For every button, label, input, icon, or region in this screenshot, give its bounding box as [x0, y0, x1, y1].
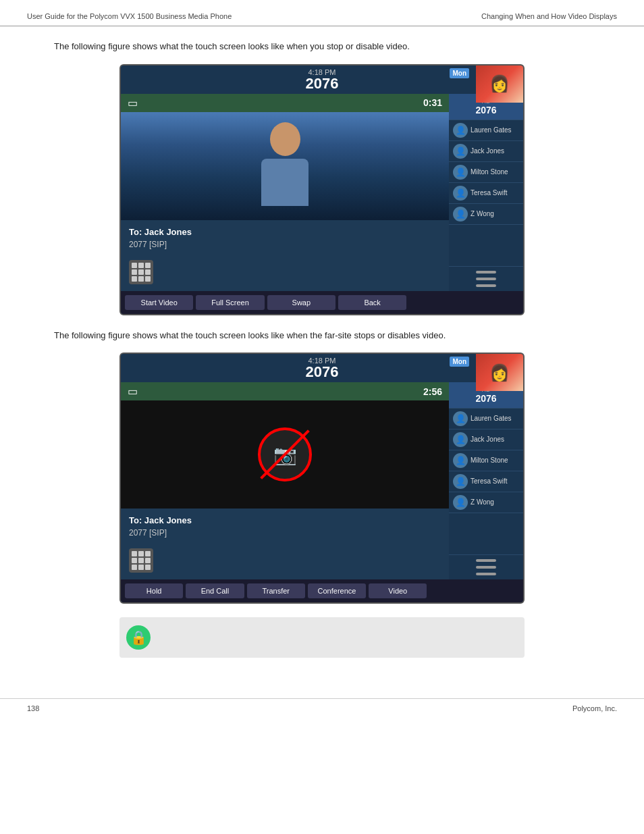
contact-lauren-2[interactable]: 👤 Lauren Gates	[449, 409, 523, 429]
phone-buttons-1: Start Video Full Screen Swap Back	[121, 291, 523, 314]
phone-left-1: ▭ 0:31 To: Jack Jones 2077 [SIP]	[121, 94, 449, 291]
header-right: Changing When and How Video Displays	[481, 12, 617, 20]
page-number: 138	[27, 704, 39, 712]
timer-2: 2:56	[423, 386, 442, 397]
avatar-image-1: 👩	[476, 66, 523, 103]
phone-screen-1: 4:18 PM 2076 Mon 22 👩 ▭ 0:31	[119, 64, 525, 315]
avatar-lauren-1: 👤	[453, 123, 468, 138]
person-head-1	[270, 122, 300, 156]
no-video-icon-2: 📷	[258, 427, 312, 481]
kd8	[138, 276, 144, 282]
video-disabled-2: 📷	[121, 400, 449, 509]
phone-right-1: HD 2076 👤 Lauren Gates 👤 Jack Jones 👤 Mi…	[449, 94, 523, 291]
phone-body-1: ▭ 0:31 To: Jack Jones 2077 [SIP]	[121, 94, 523, 291]
status-bar-2: 4:18 PM 2076 Mon 22 👩	[121, 354, 523, 382]
description-text-1: The following figure shows what the touc…	[54, 40, 590, 53]
kd4	[132, 269, 137, 275]
kd2-1	[132, 551, 137, 556]
phone-screen-2: 4:18 PM 2076 Mon 22 👩 ▭ 2:56 📷	[119, 353, 525, 604]
contact-name-jack-2: Jack Jones	[471, 436, 504, 444]
contact-milton-2[interactable]: 👤 Milton Stone	[449, 450, 523, 471]
to-label-2: To: Jack Jones	[129, 515, 441, 525]
video-button[interactable]: Video	[369, 583, 427, 598]
avatar-teresa-2: 👤	[453, 474, 468, 489]
camera-shape-2: 📷	[273, 444, 297, 466]
kd2-7	[132, 565, 137, 570]
menu-line-4	[476, 559, 496, 562]
contact-jack-1[interactable]: 👤 Jack Jones	[449, 141, 523, 162]
avatar-jack-2: 👤	[453, 432, 468, 447]
contact-name-teresa-2: Teresa Swift	[471, 477, 507, 486]
avatar-lauren-2: 👤	[453, 411, 468, 426]
kd2-9	[145, 565, 151, 570]
keypad-icon-2[interactable]	[129, 548, 153, 573]
phone-left-2: ▭ 2:56 📷 To: Jack Jones 2077 [SIP]	[121, 382, 449, 579]
hold-button[interactable]: Hold	[125, 583, 183, 598]
kd2-3	[145, 551, 151, 556]
kd2-2	[138, 551, 144, 556]
phone-right-2: HD 2076 👤 Lauren Gates 👤 Jack Jones 👤 Mi…	[449, 382, 523, 579]
timer-1: 0:31	[423, 97, 442, 108]
kd1	[132, 263, 137, 268]
menu-line-5	[476, 566, 496, 569]
note-box: 🔒	[119, 617, 525, 658]
page-content: The following figure shows what the touc…	[0, 26, 644, 685]
kd6	[145, 269, 151, 275]
back-button[interactable]: Back	[338, 295, 406, 310]
to-label-1: To: Jack Jones	[129, 227, 441, 237]
day-badge-1: Mon	[450, 68, 469, 78]
contact-name-lauren-2: Lauren Gates	[471, 415, 512, 423]
day-badge-2: Mon	[450, 357, 469, 367]
status-bar-1: 4:18 PM 2076 Mon 22 👩	[121, 66, 523, 94]
contact-teresa-1[interactable]: 👤 Teresa Swift	[449, 183, 523, 204]
transfer-button[interactable]: Transfer	[247, 583, 305, 598]
call-bar-2: ▭ 2:56	[121, 382, 449, 400]
keypad-icon-1[interactable]	[129, 260, 153, 284]
avatar-milton-1: 👤	[453, 165, 468, 180]
avatar-zwong-2: 👤	[453, 495, 468, 510]
contact-name-jack-1: Jack Jones	[471, 147, 504, 155]
video-person-1	[121, 112, 449, 220]
contact-milton-1[interactable]: 👤 Milton Stone	[449, 162, 523, 183]
full-screen-button[interactable]: Full Screen	[196, 295, 264, 310]
end-call-button[interactable]: End Call	[186, 583, 244, 598]
call-info-2: To: Jack Jones 2077 [SIP]	[121, 509, 449, 579]
avatar-image-2: 👩	[476, 354, 523, 391]
contact-name-teresa-1: Teresa Swift	[471, 189, 507, 197]
company-name: Polycom, Inc.	[572, 704, 617, 712]
avatar-milton-2: 👤	[453, 453, 468, 468]
person-body-1	[261, 159, 308, 206]
note-icon: 🔒	[126, 625, 151, 650]
menu-button-2[interactable]	[449, 554, 523, 579]
avatar-zwong-1: 👤	[453, 207, 468, 221]
sip-label-2: 2077 [SIP]	[129, 528, 441, 538]
contact-name-milton-2: Milton Stone	[471, 457, 508, 465]
contact-name-milton-1: Milton Stone	[471, 168, 508, 176]
kd2-8	[138, 565, 144, 570]
swap-button[interactable]: Swap	[267, 295, 336, 310]
contact-teresa-2[interactable]: 👤 Teresa Swift	[449, 471, 523, 492]
contact-zwong-1[interactable]: 👤 Z Wong	[449, 204, 523, 225]
sip-label-1: 2077 [SIP]	[129, 240, 441, 249]
start-video-button[interactable]: Start Video	[125, 295, 193, 310]
contact-lauren-1[interactable]: 👤 Lauren Gates	[449, 120, 523, 141]
menu-button-1[interactable]	[449, 266, 523, 291]
contact-name-zwong-2: Z Wong	[471, 498, 494, 506]
call-bar-1: ▭ 0:31	[121, 94, 449, 112]
conference-button[interactable]: Conference	[308, 583, 366, 598]
menu-line-1	[476, 271, 496, 273]
page-header: User Guide for the Polycom VVX 1500 Busi…	[0, 0, 644, 26]
extension-2: 2076	[306, 365, 339, 380]
avatar-top-1: 👩	[476, 66, 523, 103]
menu-icon-1	[476, 271, 496, 287]
menu-line-2	[476, 278, 496, 280]
phone-body-2: ▭ 2:56 📷 To: Jack Jones 2077 [SIP]	[121, 382, 523, 579]
contact-jack-2[interactable]: 👤 Jack Jones	[449, 429, 523, 450]
kd2	[138, 263, 144, 268]
menu-icon-2	[476, 559, 496, 575]
ext-number-1: 2076	[475, 105, 496, 115]
kd2-6	[145, 558, 151, 563]
time-section-1: 4:18 PM 2076	[306, 68, 339, 91]
contact-zwong-2[interactable]: 👤 Z Wong	[449, 492, 523, 513]
page-footer: 138 Polycom, Inc.	[0, 698, 644, 718]
